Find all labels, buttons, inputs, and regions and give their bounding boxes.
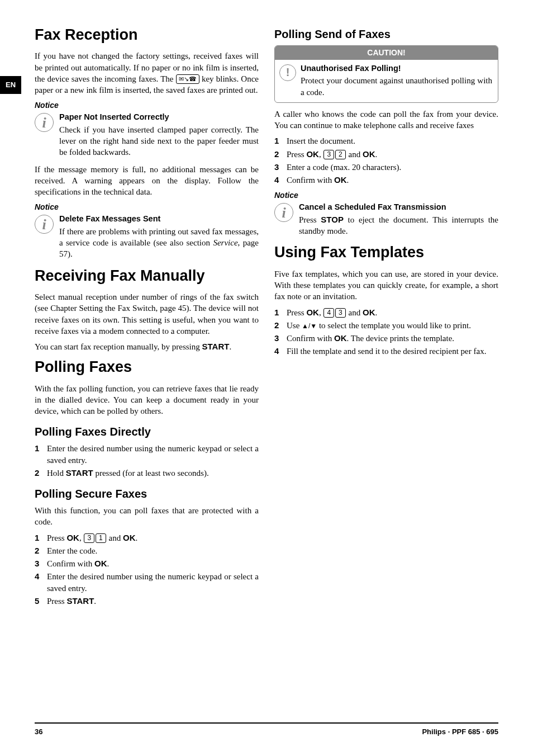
text: Confirm with <box>47 559 94 568</box>
model-label: Philips · PPF 685 · 695 <box>422 727 498 737</box>
ok-key: OK <box>363 149 375 159</box>
info-icon: i <box>35 113 54 132</box>
para-intro: If you have not changed the factory sett… <box>35 50 259 96</box>
heading-using-templates: Using Fax Templates <box>274 242 498 262</box>
key-1: 1 <box>96 533 106 543</box>
step-text: Enter the desired number using the numer… <box>47 443 259 466</box>
para-memory-full: If the message memory is full, no additi… <box>35 164 259 198</box>
page-content: Fax Reception If you have not changed th… <box>0 0 533 645</box>
notice-delete-fax: i Delete Fax Messages Sent If there are … <box>35 214 259 259</box>
ok-key: OK <box>66 533 79 542</box>
page-number: 36 <box>35 727 42 737</box>
text: to select the template you would like to… <box>317 321 471 330</box>
step: 1Press OK, 31 and OK. <box>35 532 259 544</box>
step: 3Confirm with OK. <box>35 558 259 569</box>
left-column: Fax Reception If you have not changed th… <box>35 21 259 611</box>
step-text: Insert the document. <box>287 135 498 147</box>
start-key: START <box>66 596 94 606</box>
text: Press <box>47 533 66 542</box>
text: . <box>375 308 377 317</box>
step: 2Enter the code. <box>35 545 259 556</box>
text: . The device prints the template. <box>347 334 455 343</box>
key-2: 2 <box>335 150 346 159</box>
steps-poll-send: 1Insert the document. 2Press OK, 32 and … <box>274 135 498 186</box>
step: 4Fill the template and send it to the de… <box>274 346 498 357</box>
notice-paper: i Paper Not Inserted Correctly Check if … <box>35 112 259 158</box>
text: . <box>229 342 231 351</box>
ok-key: OK <box>363 308 375 317</box>
text: . <box>107 559 110 568</box>
step: 5Press START. <box>35 596 259 607</box>
step: 1Insert the document. <box>274 135 498 147</box>
notice-label: Notice <box>274 190 498 201</box>
text: , <box>319 308 323 317</box>
text: . <box>375 150 377 159</box>
text: Confirm with <box>287 334 334 343</box>
key-4: 4 <box>323 308 334 318</box>
heading-polling-faxes: Polling Faxes <box>35 357 259 377</box>
ok-key: OK <box>334 333 347 343</box>
text: Confirm with <box>287 176 334 185</box>
step-text: Press OK, 43 and OK. <box>287 307 498 318</box>
text: , <box>79 533 84 542</box>
step-text: Use ▲/▼ to select the template you would… <box>287 320 498 331</box>
text: Press <box>299 215 321 224</box>
text: You can start fax reception manually, by… <box>35 342 202 351</box>
text: and <box>107 533 123 542</box>
step: 2Hold START pressed (for at least two se… <box>35 467 259 479</box>
step-text: Fill the template and send it to the des… <box>287 346 498 357</box>
heading-polling-secure: Polling Secure Faxes <box>35 486 259 502</box>
notice-label: Notice <box>35 100 259 111</box>
stop-key: STOP <box>321 215 344 224</box>
text: and <box>346 150 363 159</box>
caution-text: Protect your document against unauthoris… <box>301 75 492 98</box>
step-text: Press START. <box>47 596 259 607</box>
notice-title: Cancel a Scheduled Fax Transmission <box>299 202 498 213</box>
notice-text: Check if you have inserted clamped paper… <box>59 124 259 158</box>
para-rx-manual: Select manual reception under number of … <box>35 291 259 337</box>
text: . <box>94 597 96 606</box>
notice-title: Paper Not Inserted Correctly <box>59 112 259 123</box>
step: 1Enter the desired number using the nume… <box>35 443 259 466</box>
notice-title: Delete Fax Messages Sent <box>59 214 259 225</box>
step: 2Use ▲/▼ to select the template you woul… <box>274 320 498 331</box>
heading-polling-send: Polling Send of Faxes <box>274 27 498 42</box>
para-rx-manual-start: You can start fax reception manually, by… <box>35 341 259 352</box>
ok-key: OK <box>123 533 136 542</box>
arrow-keys-icon: ▲/▼ <box>302 322 317 330</box>
notice-cancel-fax: i Cancel a Scheduled Fax Transmission Pr… <box>274 202 498 237</box>
ok-key: OK <box>306 308 319 317</box>
notice-label: Notice <box>35 202 259 212</box>
ok-key: OK <box>334 175 347 185</box>
text: pressed (for at least two seconds). <box>93 469 209 478</box>
text: Press <box>287 150 306 159</box>
para-polling-secure: With this function, you can poll faxes t… <box>35 505 259 528</box>
notice-text: Press STOP to eject the document. This i… <box>299 214 498 237</box>
page-footer: 36 Philips · PPF 685 · 695 <box>35 722 498 737</box>
text: Press <box>287 308 306 317</box>
step-text: Confirm with OK. <box>47 558 259 569</box>
text: , <box>319 150 323 159</box>
caution-box: CAUTION! ! Unauthorised Fax Polling! Pro… <box>274 45 498 103</box>
text: Hold <box>47 469 66 478</box>
text: . <box>347 176 349 185</box>
notice-text: If there are problems with printing out … <box>59 226 259 260</box>
start-key: START <box>66 468 93 478</box>
info-icon: i <box>35 215 54 234</box>
steps-templates: 1Press OK, 43 and OK. 2Use ▲/▼ to select… <box>274 307 498 357</box>
mail-key-icon: ✉↘☎ <box>176 74 199 84</box>
para-polling-intro: With the fax polling function, you can r… <box>35 383 259 417</box>
info-icon: i <box>274 203 293 222</box>
step: 1Press OK, 43 and OK. <box>274 307 498 318</box>
step-text: Enter the code. <box>47 545 259 556</box>
warning-icon: ! <box>279 64 296 81</box>
step: 4Confirm with OK. <box>274 174 498 186</box>
heading-fax-reception: Fax Reception <box>35 25 259 45</box>
para-poll-send: A caller who knows the code can poll the… <box>274 108 498 131</box>
step-text: Enter the desired number using the numer… <box>47 571 259 594</box>
key-3: 3 <box>323 150 334 159</box>
caution-header: CAUTION! <box>275 46 498 60</box>
text: and <box>346 308 363 317</box>
steps-polling-secure: 1Press OK, 31 and OK. 2Enter the code. 3… <box>35 532 259 607</box>
step-text: Confirm with OK. <box>287 174 498 186</box>
